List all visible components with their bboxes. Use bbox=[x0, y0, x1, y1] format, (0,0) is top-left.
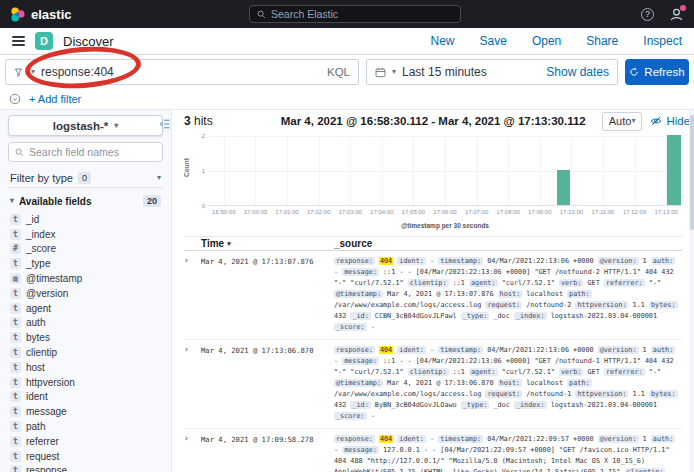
action-open[interactable]: Open bbox=[532, 34, 561, 48]
source-field-name: ident: bbox=[397, 435, 426, 443]
field-item-@version[interactable]: t@version bbox=[8, 286, 163, 301]
x-tick-label: 17:01:00 bbox=[275, 209, 298, 215]
field-item-host[interactable]: thost bbox=[8, 360, 163, 375]
field-name: agent bbox=[26, 303, 51, 314]
doc-source: response: 404 ident: - timestamp: 04/Mar… bbox=[334, 434, 682, 472]
x-tick-label: 17:02:00 bbox=[307, 209, 330, 215]
doc-source: response: 404 ident: - timestamp: 04/Mar… bbox=[334, 256, 682, 333]
expand-row-icon[interactable] bbox=[184, 345, 201, 354]
source-field-name: ident: bbox=[397, 257, 426, 265]
discover-main: 3 hits Mar 4, 2021 @ 16:58:30.112 - Mar … bbox=[172, 110, 694, 472]
gridline-vertical bbox=[445, 136, 446, 205]
source-field-name: @timestamp: bbox=[334, 379, 383, 387]
field-item-referrer[interactable]: treferrer bbox=[8, 434, 163, 449]
expand-row-icon[interactable] bbox=[184, 434, 201, 443]
field-type-string-icon: t bbox=[10, 214, 21, 225]
body: logstash-* Search field names F bbox=[0, 110, 694, 472]
field-item-_id[interactable]: t_id bbox=[8, 212, 163, 227]
add-filter-button[interactable]: + Add filter bbox=[29, 93, 81, 105]
query-bar-row: response:404 KQL Last 15 minutes Show da… bbox=[0, 55, 694, 89]
field-item-_index[interactable]: t_index bbox=[8, 227, 163, 242]
doc-source: response: 404 ident: - timestamp: 04/Mar… bbox=[334, 345, 682, 422]
field-name: request bbox=[26, 451, 59, 462]
calendar-icon[interactable] bbox=[375, 67, 386, 78]
saved-query-menu-icon[interactable] bbox=[14, 67, 25, 78]
field-search-input[interactable]: Search field names bbox=[8, 142, 163, 162]
filter-options-icon[interactable] bbox=[9, 93, 21, 105]
source-field-name: timestamp: bbox=[438, 257, 483, 265]
field-item-agent[interactable]: tagent bbox=[8, 301, 163, 316]
chevron-down-icon[interactable] bbox=[31, 68, 35, 76]
chevron-down-icon bbox=[631, 117, 635, 125]
field-type-string-icon: t bbox=[10, 258, 21, 269]
gridline-vertical bbox=[571, 136, 572, 205]
field-item-clientip[interactable]: tclientip bbox=[8, 345, 163, 360]
field-item-response[interactable]: tresponse bbox=[8, 464, 163, 472]
histogram-bar-17:13:00[interactable] bbox=[667, 135, 681, 205]
field-item-request[interactable]: trequest bbox=[8, 449, 163, 464]
kibana-discover-page: elastic Search Elastic D Discover NewSav bbox=[0, 0, 694, 472]
source-field-name: clientip: bbox=[408, 368, 449, 376]
histogram-bar-17:09:30[interactable] bbox=[557, 170, 571, 205]
hide-chart-button[interactable]: Hide chart bbox=[650, 115, 694, 127]
source-field-name: httpversion: bbox=[575, 390, 628, 398]
action-new[interactable]: New bbox=[431, 34, 455, 48]
field-item-bytes[interactable]: tbytes bbox=[8, 330, 163, 345]
y-tick-label: 0 bbox=[202, 203, 205, 209]
field-item-auth[interactable]: tauth bbox=[8, 316, 163, 331]
index-pattern-select[interactable]: logstash-* bbox=[8, 115, 163, 136]
menu-hamburger-icon[interactable] bbox=[12, 36, 25, 46]
action-inspect[interactable]: Inspect bbox=[643, 34, 682, 48]
source-field-name: _type: bbox=[461, 401, 490, 409]
field-item-_score[interactable]: #_score bbox=[8, 242, 163, 257]
field-type-string-icon: t bbox=[10, 436, 21, 447]
field-item-httpversion[interactable]: thttpversion bbox=[8, 375, 163, 390]
source-field-name: agent: bbox=[469, 279, 498, 287]
x-tick-label: 17:10:00 bbox=[560, 209, 583, 215]
source-field-name: timestamp: bbox=[438, 435, 483, 443]
scrollbar-thumb[interactable] bbox=[690, 115, 694, 230]
breadcrumb-discover[interactable]: Discover bbox=[63, 34, 114, 49]
notification-dot bbox=[680, 5, 686, 11]
chevron-down-icon bbox=[157, 174, 161, 182]
field-item-path[interactable]: tpath bbox=[8, 419, 163, 434]
collapse-sidebar-icon[interactable] bbox=[159, 118, 171, 130]
column-header-time[interactable]: Time bbox=[201, 238, 334, 249]
y-tick-label: 1 bbox=[202, 168, 205, 174]
gridline-vertical bbox=[635, 136, 636, 205]
query-language-button[interactable]: KQL bbox=[327, 66, 350, 78]
gridline-vertical bbox=[477, 136, 478, 205]
gridline-vertical bbox=[413, 136, 414, 205]
plot-area[interactable] bbox=[208, 136, 682, 206]
query-input[interactable]: response:404 bbox=[41, 65, 321, 79]
source-field-name: message: bbox=[342, 268, 379, 276]
field-item-ident[interactable]: tident bbox=[8, 390, 163, 405]
field-item-_type[interactable]: t_type bbox=[8, 256, 163, 271]
gridline-vertical bbox=[382, 136, 383, 205]
chevron-down-icon[interactable] bbox=[392, 68, 396, 76]
help-icon[interactable] bbox=[641, 8, 654, 21]
user-menu-avatar[interactable] bbox=[669, 7, 684, 22]
search-icon bbox=[15, 148, 24, 157]
source-field-name: response: bbox=[334, 435, 375, 443]
refresh-button[interactable]: Refresh bbox=[625, 59, 689, 85]
field-type-date-icon: ▦ bbox=[10, 273, 21, 284]
time-range-button[interactable]: Last 15 minutes bbox=[402, 65, 540, 79]
global-search-input[interactable]: Search Elastic bbox=[249, 5, 461, 23]
field-item-@timestamp[interactable]: ▦@timestamp bbox=[8, 271, 163, 286]
interval-select[interactable]: Auto bbox=[602, 112, 643, 131]
field-type-string-icon: t bbox=[10, 332, 21, 343]
gridline-vertical bbox=[319, 136, 320, 205]
elastic-logo[interactable]: elastic bbox=[10, 7, 71, 22]
expand-row-icon[interactable] bbox=[184, 256, 201, 265]
vertical-scrollbar[interactable] bbox=[689, 110, 694, 472]
show-dates-button[interactable]: Show dates bbox=[546, 65, 609, 79]
filter-by-type-toggle[interactable]: Filter by type 0 bbox=[8, 168, 163, 188]
field-type-string-icon: t bbox=[10, 229, 21, 240]
action-save[interactable]: Save bbox=[480, 34, 507, 48]
source-field-name: _index: bbox=[514, 401, 547, 409]
available-fields-accordion[interactable]: Available fields 20 bbox=[8, 195, 163, 207]
action-share[interactable]: Share bbox=[586, 34, 618, 48]
field-name: @version bbox=[26, 288, 68, 299]
field-item-message[interactable]: tmessage bbox=[8, 404, 163, 419]
